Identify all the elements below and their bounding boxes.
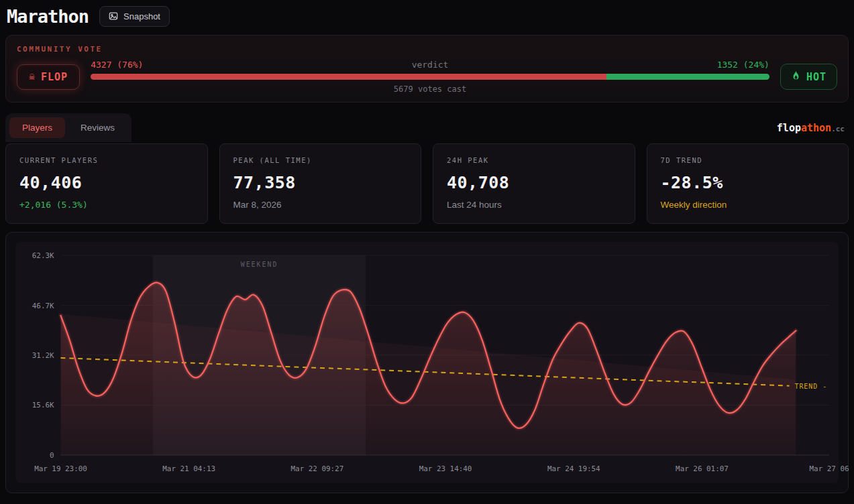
tab-bar: Players Reviews	[5, 113, 131, 142]
svg-text:0: 0	[50, 451, 54, 460]
stat-value: 40,708	[447, 173, 621, 192]
hot-button-label: HOT	[806, 71, 826, 83]
flop-button-label: FLOP	[41, 71, 68, 83]
community-vote-panel: COMMUNITY VOTE ☠ FLOP 4327 (76%) verdict…	[5, 35, 849, 103]
stat-card-7d-trend: 7D TREND -28.5% Weekly direction	[647, 143, 849, 224]
stats-row: CURRENT PLAYERS 40,406 +2,016 (5.3%) PEA…	[5, 143, 849, 224]
tab-players[interactable]: Players	[9, 117, 65, 138]
community-vote-label: COMMUNITY VOTE	[17, 45, 837, 54]
stat-label: CURRENT PLAYERS	[19, 156, 194, 164]
svg-text:31.2K: 31.2K	[32, 351, 54, 360]
svg-text:Mar 24 19:54: Mar 24 19:54	[547, 464, 600, 473]
svg-text:46.7K: 46.7K	[32, 302, 54, 310]
stat-label: 7D TREND	[661, 156, 835, 164]
svg-text:Mar 19 23:00: Mar 19 23:00	[34, 464, 87, 473]
hot-vote-count: 1352 (24%)	[717, 60, 769, 70]
stat-sub: Last 24 hours	[447, 200, 621, 210]
top-bar: Marathon Snapshot	[0, 0, 854, 31]
tabs-row: Players Reviews flopathon.cc	[5, 113, 849, 142]
svg-text:WEEKEND: WEEKEND	[241, 261, 278, 268]
snapshot-button[interactable]: Snapshot	[99, 6, 170, 27]
stat-sub: Mar 8, 2026	[233, 200, 408, 210]
brand-part-2: athon	[801, 122, 831, 134]
stat-label: PEAK (ALL TIME)	[233, 156, 408, 164]
players-chart-panel: WEEKEND015.6K31.2K46.7K62.3KMar 19 23:00…	[5, 232, 849, 493]
snapshot-icon	[109, 11, 118, 21]
svg-text:Mar 27 06: Mar 27 06	[810, 464, 849, 473]
stat-card-peak-all-time: PEAK (ALL TIME) 77,358 Mar 8, 2026	[219, 143, 422, 224]
site-brand[interactable]: flopathon.cc	[777, 122, 849, 134]
vote-bar-hot-segment	[606, 74, 769, 80]
stat-value: 77,358	[233, 173, 408, 192]
svg-text:15.6K: 15.6K	[32, 401, 54, 410]
players-chart-svg: WEEKEND015.6K31.2K46.7K62.3KMar 19 23:00…	[19, 246, 835, 481]
svg-text:Mar 23 14:40: Mar 23 14:40	[419, 464, 472, 473]
stat-sub: Weekly direction	[661, 200, 835, 210]
brand-part-1: flop	[777, 122, 801, 134]
verdict-label: verdict	[412, 60, 449, 70]
hot-button[interactable]: HOT	[780, 64, 837, 90]
stat-value: 40,406	[19, 173, 194, 192]
vote-bar-group: 4327 (76%) verdict 1352 (24%) 5679 votes…	[91, 60, 769, 94]
snapshot-label: Snapshot	[123, 11, 160, 21]
stat-label: 24H PEAK	[447, 156, 621, 164]
svg-text:Mar 22 09:27: Mar 22 09:27	[291, 464, 344, 473]
vote-result-bar	[91, 74, 769, 80]
stat-card-24h-peak: 24H PEAK 40,708 Last 24 hours	[433, 143, 635, 224]
flame-icon	[791, 70, 801, 83]
votes-cast-label: 5679 votes cast	[91, 84, 769, 94]
stat-sub: +2,016 (5.3%)	[19, 200, 194, 210]
svg-text:Mar 21 04:13: Mar 21 04:13	[162, 464, 215, 473]
svg-text:62.3K: 62.3K	[32, 251, 54, 260]
brand-tld: .cc	[831, 125, 845, 133]
svg-text:TREND -: TREND -	[794, 383, 827, 390]
players-chart[interactable]: WEEKEND015.6K31.2K46.7K62.3KMar 19 23:00…	[15, 242, 839, 483]
tab-reviews[interactable]: Reviews	[68, 117, 127, 138]
page-title: Marathon	[7, 6, 89, 27]
flop-button[interactable]: ☠ FLOP	[17, 64, 80, 90]
stat-value: -28.5%	[661, 173, 835, 192]
skull-icon: ☠	[29, 72, 36, 82]
svg-text:Mar 26 01:07: Mar 26 01:07	[676, 464, 729, 473]
flop-vote-count: 4327 (76%)	[91, 60, 143, 70]
vote-bar-flop-segment	[91, 74, 606, 80]
stat-card-current-players: CURRENT PLAYERS 40,406 +2,016 (5.3%)	[5, 143, 208, 224]
